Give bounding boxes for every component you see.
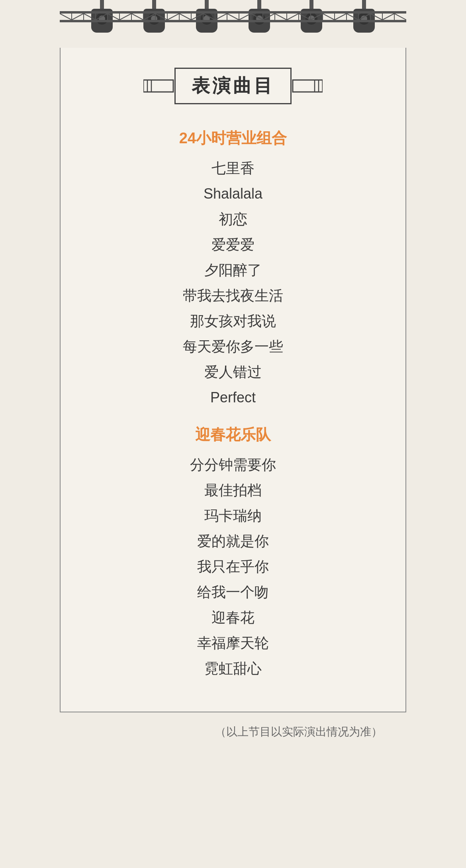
song-item: 七里香 xyxy=(61,161,405,176)
banner-wrap: 表演曲目 xyxy=(143,68,323,104)
song-item-perfect: Perfect xyxy=(61,390,405,405)
song-item: 爱的就是你 xyxy=(61,534,405,548)
stage-top xyxy=(60,0,406,48)
song-item: 每天爱你多一些 xyxy=(61,339,405,354)
song-item: 给我一个吻 xyxy=(61,585,405,599)
song-item: 夕阳醉了 xyxy=(61,263,405,277)
section-group-1: 24小时营业组合 七里香 Shalalala 初恋 爱爱爱 夕阳醉了 带我去找夜… xyxy=(61,128,405,405)
light-mount xyxy=(257,0,261,9)
truss-pattern xyxy=(60,11,406,22)
band-name-2: 迎春花乐队 xyxy=(61,425,405,445)
band-name-1: 24小时营业组合 xyxy=(61,128,405,148)
song-item: 分分钟需要你 xyxy=(61,458,405,472)
light-mount xyxy=(362,0,366,9)
section-group-2: 迎春花乐队 分分钟需要你 最佳拍档 玛卡瑞纳 爱的就是你 我只在乎你 给我一个吻… xyxy=(61,425,405,676)
banner-right-ribbon xyxy=(291,72,323,100)
song-item: 带我去找夜生活 xyxy=(61,289,405,303)
svg-rect-1 xyxy=(60,20,406,22)
light-mount xyxy=(205,0,209,9)
song-item: 那女孩对我说 xyxy=(61,314,405,328)
main-card: 表演曲目 24小时营业组合 七里香 Shalalala 初恋 爱爱爱 夕阳醉了 … xyxy=(60,48,406,712)
banner-left-ribbon xyxy=(143,72,175,100)
song-item: Shalalala xyxy=(61,187,405,201)
song-item: 我只在乎你 xyxy=(61,560,405,574)
light-mount xyxy=(100,0,104,9)
song-item: 爱爱爱 xyxy=(61,238,405,252)
page-title: 表演曲目 xyxy=(192,75,274,96)
song-item: 初恋 xyxy=(61,212,405,226)
banner-title-box: 表演曲目 xyxy=(174,68,292,104)
song-item: 最佳拍档 xyxy=(61,483,405,497)
song-item: 迎春花 xyxy=(61,611,405,625)
light-mount xyxy=(152,0,156,9)
song-item: 爱人错过 xyxy=(61,365,405,379)
light-mount xyxy=(309,0,313,9)
song-item: 幸福摩天轮 xyxy=(61,636,405,650)
footnote: （以上节目以实际演出情况为准） xyxy=(60,724,406,739)
song-item: 霓虹甜心 xyxy=(61,661,405,676)
title-banner-area: 表演曲目 xyxy=(61,48,405,120)
song-item: 玛卡瑞纳 xyxy=(61,509,405,523)
svg-rect-0 xyxy=(60,11,406,14)
truss-svg xyxy=(60,11,406,22)
